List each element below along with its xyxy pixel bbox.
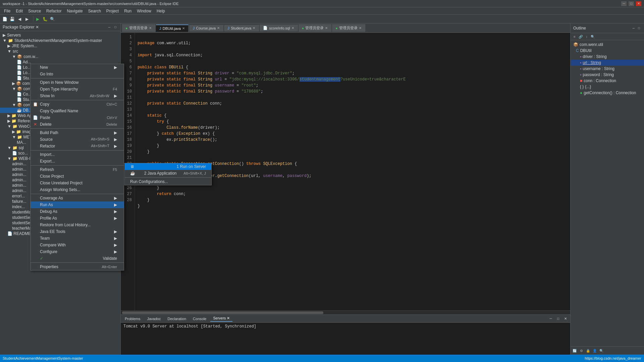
cm-configure[interactable]: Configure▶ xyxy=(31,248,124,255)
toolbar-run[interactable]: ▶ xyxy=(34,16,41,22)
cm-restore-history[interactable]: Restore from Local History... xyxy=(31,222,124,228)
outline-b4[interactable]: 👤 xyxy=(592,348,597,353)
menu-search[interactable]: Search xyxy=(86,8,104,14)
close-button[interactable]: ✕ xyxy=(636,1,641,6)
tab-student-close[interactable]: ✕ xyxy=(253,26,255,30)
tree-item-project[interactable]: ▼ 📁 StudentAchievementManagementSystem-m… xyxy=(0,38,120,43)
outline-url[interactable]: ▪ url : String xyxy=(571,60,644,66)
toolbar-new[interactable]: 📄 xyxy=(1,16,8,22)
panel-minimize[interactable]: ─ xyxy=(107,25,112,29)
outline-b5[interactable]: 🔍 xyxy=(599,348,604,353)
cm-build-path[interactable]: Build Path▶ xyxy=(31,129,124,136)
menu-help[interactable]: Help xyxy=(154,8,168,14)
minimize-button[interactable]: ─ xyxy=(621,1,627,6)
cm-close-unrelated[interactable]: Close Unrelated Project xyxy=(31,180,124,186)
tab-sql-close[interactable]: ✕ xyxy=(291,26,294,30)
outline-filter[interactable]: 🔍 xyxy=(590,34,595,39)
tab-declaration[interactable]: Declaration xyxy=(165,316,189,321)
tab-servers[interactable]: Servers ✕ xyxy=(210,315,232,322)
outline-block[interactable]: { } {...} xyxy=(571,84,644,90)
tab-close-icon[interactable]: ✕ xyxy=(149,26,152,30)
sm-run-on-server[interactable]: 🖥 1 Run on Server xyxy=(125,163,211,170)
cm-source[interactable]: SourceAlt+Shift+S▶ xyxy=(31,136,124,143)
tab-course[interactable]: J Course.java ✕ xyxy=(189,25,223,32)
cm-validate[interactable]: ✓Validate xyxy=(31,255,124,262)
outline-max[interactable]: □ xyxy=(637,25,641,32)
cm-run-as[interactable]: Run As▶ xyxy=(31,201,124,208)
outline-collapse[interactable]: ≡ xyxy=(572,34,577,39)
cm-coverage-as[interactable]: Coverage As▶ xyxy=(31,195,124,201)
outline-b2[interactable]: ⚙ xyxy=(579,348,584,353)
tab-admin2[interactable]: ● 管理员登录 ✕ xyxy=(299,24,332,32)
outline-class[interactable]: C DBUtil xyxy=(571,48,644,54)
cm-show-in[interactable]: Show InAlt+Shift+W▶ xyxy=(31,93,124,99)
tab-admin3-close[interactable]: ✕ xyxy=(359,26,362,30)
cm-profile-as[interactable]: Profile As▶ xyxy=(31,215,124,222)
toolbar-forward[interactable]: ▶ xyxy=(23,16,30,22)
outline-getconn[interactable]: ● getConnection() : Connection xyxy=(571,90,644,96)
outline-driver[interactable]: ▪ driver : String xyxy=(571,54,644,60)
menu-file[interactable]: File xyxy=(1,8,13,14)
sm-run-configs[interactable]: Run Configurations... xyxy=(125,178,211,185)
tab-javadoc[interactable]: Javadoc xyxy=(144,316,163,321)
tree-item-src[interactable]: ▼ src xyxy=(0,49,120,54)
menu-refactor[interactable]: Refactor xyxy=(44,8,64,14)
cm-export[interactable]: Export... xyxy=(31,158,124,165)
cm-refresh[interactable]: RefreshF5 xyxy=(31,166,124,173)
toolbar-back[interactable]: ◀ xyxy=(16,16,23,22)
toolbar-search[interactable]: 🔍 xyxy=(49,16,56,22)
cm-paste[interactable]: 📄PasteCtrl+V xyxy=(31,114,124,121)
tree-item-servers[interactable]: ▶ Servers xyxy=(0,33,120,38)
outline-conn[interactable]: ■ conn : Connection xyxy=(571,78,644,84)
tree-item-jre[interactable]: ▶ JRE System... xyxy=(0,43,120,49)
menu-run[interactable]: Run xyxy=(121,8,134,14)
toolbar-debug[interactable]: 🐛 xyxy=(42,16,48,22)
tree-item-com1[interactable]: ▼ 📦 com.w... xyxy=(0,54,120,59)
cm-properties[interactable]: PropertiesAlt+Enter xyxy=(31,263,124,270)
cm-compare-with[interactable]: Compare With▶ xyxy=(31,242,124,248)
tab-admin3[interactable]: ● 管理员登录 ✕ xyxy=(332,24,365,32)
tab-console[interactable]: Console xyxy=(190,316,209,321)
cm-close-project[interactable]: Close Project xyxy=(31,173,124,180)
tab-admin2-close[interactable]: ✕ xyxy=(325,26,328,30)
cm-refactor[interactable]: RefactorAlt+Shift+T▶ xyxy=(31,143,124,149)
cm-copy-qualified[interactable]: Copy Qualified Name xyxy=(31,108,124,114)
bottom-close[interactable]: ✕ xyxy=(562,315,569,322)
outline-sort[interactable]: ↕ xyxy=(584,34,589,39)
cm-assign-working-sets[interactable]: Assign Working Sets... xyxy=(31,186,124,193)
maximize-button[interactable]: □ xyxy=(629,1,634,6)
cm-import[interactable]: Import... xyxy=(31,151,124,158)
cm-copy[interactable]: 📋CopyCtrl+C xyxy=(31,101,124,108)
outline-package[interactable]: 📦 com.wenr.util xyxy=(571,42,644,48)
bottom-maximize[interactable]: □ xyxy=(555,315,561,322)
cm-open-type-hierarchy[interactable]: Open Type HierarchyF4 xyxy=(31,86,124,93)
panel-maximize[interactable]: □ xyxy=(113,25,118,29)
cm-delete[interactable]: ✕DeleteDelete xyxy=(31,121,124,128)
horizontal-scrollbar[interactable] xyxy=(121,310,570,314)
sm-java-app[interactable]: ☕ 2 Java Application Alt+Shift+X, J xyxy=(125,170,211,177)
tab-score-sql[interactable]: 📄 scoreInfo.sql ✕ xyxy=(260,24,298,32)
tab-dbutil[interactable]: J DBUtil.java ✕ xyxy=(156,24,189,32)
menu-navigate[interactable]: Navigate xyxy=(64,8,85,14)
menu-edit[interactable]: Edit xyxy=(13,8,25,14)
menu-window[interactable]: Window xyxy=(134,8,154,14)
cm-go-into[interactable]: Go Into xyxy=(31,71,124,77)
cm-debug-as[interactable]: Debug As▶ xyxy=(31,208,124,215)
cm-open-new-window[interactable]: Open in New Window xyxy=(31,79,124,86)
cm-team[interactable]: Team▶ xyxy=(31,235,124,242)
outline-link[interactable]: 🔗 xyxy=(578,34,583,39)
outline-b3[interactable]: 🔒 xyxy=(585,348,591,353)
outline-username[interactable]: ▪ username : String xyxy=(571,66,644,72)
menu-source[interactable]: Source xyxy=(25,8,44,14)
outline-b1[interactable]: 🔄 xyxy=(572,348,577,353)
tab-dbutil-close[interactable]: ✕ xyxy=(182,26,185,30)
cm-java-ee-tools[interactable]: Java EE Tools▶ xyxy=(31,228,124,235)
tab-admin-login1[interactable]: ● 管理员登录 ✕ xyxy=(122,24,155,32)
outline-min[interactable]: ─ xyxy=(631,25,636,32)
bottom-minimize[interactable]: ─ xyxy=(547,315,554,322)
outline-password[interactable]: ▪ password : String xyxy=(571,72,644,78)
toolbar-save[interactable]: 💾 xyxy=(9,16,15,22)
tab-problems[interactable]: Problems xyxy=(122,316,143,321)
tab-student[interactable]: J Student.java ✕ xyxy=(224,25,259,32)
menu-project[interactable]: Project xyxy=(104,8,121,14)
